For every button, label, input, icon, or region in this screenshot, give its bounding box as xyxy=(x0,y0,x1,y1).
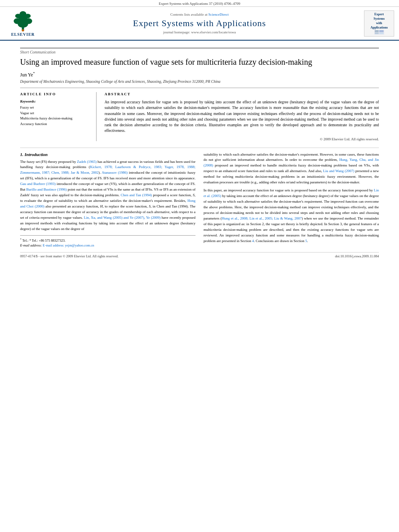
copyright-line: © 2009 Elsevier Ltd. All rights reserved… xyxy=(105,137,379,141)
right-para-2: In this paper, an improved accuracy func… xyxy=(204,188,379,244)
main-content: Short Communication Using an improved me… xyxy=(0,41,399,266)
lin-et-al-ref[interactable]: Lin et al. (2005) xyxy=(204,188,379,198)
abstract-text: An improved accuracy function for vague … xyxy=(105,99,379,134)
elsevier-logo: ELSEVIER xyxy=(5,10,41,37)
bottom-bar: 0957-4174/$ - see front matter © 2009 El… xyxy=(20,252,379,258)
sciencedirect-link[interactable]: ScienceDirect xyxy=(208,12,228,16)
svg-rect-13 xyxy=(379,33,384,34)
abstract-title: ABSTRACT xyxy=(105,92,379,96)
doi: doi:10.1016/j.eswa.2009.11.084 xyxy=(335,254,379,258)
author-name: Jun Ye* xyxy=(20,71,379,78)
affiliation: Department of Mechatronics Engineering, … xyxy=(20,80,379,88)
svg-point-8 xyxy=(22,29,24,32)
hung-2008-ref[interactable]: Hung et al., 2008; Lin et al., 2005; Liu… xyxy=(222,216,302,220)
article-info: ARTICLE INFO Keywords: Fuzzy set Vague s… xyxy=(20,92,97,141)
svg-point-7 xyxy=(20,11,27,16)
email-link[interactable]: E-mail address: yejm@yahoo.com.cn xyxy=(43,243,94,247)
hung-ref[interactable]: Hung, Yang, Chu, and Jin (2008) xyxy=(204,158,379,167)
footnote-area: * Tel.: * Tel.: +86 575 88327323. E-mail… xyxy=(20,235,195,248)
chen-tan-ref[interactable]: Chen and Tan (1994) xyxy=(121,193,152,197)
keyword-fuzzy-set: Fuzzy set xyxy=(20,105,91,111)
logo-decorative-icon xyxy=(369,30,389,35)
footnote-email: E-mail address: E-mail address: yejm@yah… xyxy=(20,243,195,248)
footnote-tel: * Tel.: * Tel.: +86 575 88327323. xyxy=(20,237,195,243)
body-col-left: 1. Introduction The fuzzy set (FS) theor… xyxy=(20,152,195,249)
svg-rect-12 xyxy=(374,33,378,34)
journal-logo-box: Expert Systems with Applications xyxy=(364,10,394,37)
elsevier-label: ELSEVIER xyxy=(11,32,35,37)
section-tag: Short Communication xyxy=(20,48,379,54)
journal-citation: Expert Systems with Applications 37 (201… xyxy=(0,0,399,7)
copyright-notice: 0957-4174/$ - see front matter © 2009 El… xyxy=(20,254,119,258)
abstract-area: ABSTRACT An improved accuracy function f… xyxy=(105,92,379,141)
journal-header: ELSEVIER Contents lists available at Sci… xyxy=(0,7,399,41)
sciencedirect-line: Contents lists available at ScienceDirec… xyxy=(41,12,358,16)
journal-homepage: journal homepage: www.elsevier.com/locat… xyxy=(41,30,358,34)
body-section: 1. Introduction The fuzzy set (FS) theor… xyxy=(20,148,379,249)
keyword-vague-set: Vague set xyxy=(20,111,91,116)
intro-para-1: The fuzzy set (FS) theory proposed by Za… xyxy=(20,159,195,232)
atanassov-ref[interactable]: Atanassov (1986) xyxy=(102,170,128,175)
gau-ref[interactable]: Gau and Buehrer (1993) xyxy=(20,182,56,186)
section4-ref[interactable]: 4 xyxy=(252,239,254,243)
article-info-title: ARTICLE INFO xyxy=(20,92,91,96)
journal-main-title: Expert Systems with Applications xyxy=(41,18,358,29)
keywords-label: Keywords: xyxy=(20,99,91,103)
liu-wang-ref[interactable]: Liu and Wang (2007) xyxy=(323,169,354,173)
keyword-accuracy: Accuracy function xyxy=(20,121,91,127)
hong-choi-ref[interactable]: Hong and Choi (2000) xyxy=(20,199,195,208)
elsevier-tree-icon xyxy=(9,10,37,32)
intro-heading: 1. Introduction xyxy=(20,152,195,157)
article-abstract-row: ARTICLE INFO Keywords: Fuzzy set Vague s… xyxy=(20,92,379,141)
body-col-right: suitability to which each alternative sa… xyxy=(204,152,379,249)
paper-title: Using an improved measure function of va… xyxy=(20,57,379,67)
svg-rect-11 xyxy=(379,30,384,32)
zadeh-ref[interactable]: Zadeh (1965) xyxy=(77,160,97,164)
svg-rect-10 xyxy=(374,30,378,32)
lin-ref[interactable]: Lin, Xu, and Wang (2005) and Ye (2007), … xyxy=(84,216,160,220)
keyword-multicriteria: Multicriteria fuzzy decision-making xyxy=(20,116,91,121)
burillo-ref[interactable]: Burillo and Bustince (1996) xyxy=(26,187,67,191)
section5-ref[interactable]: 5 xyxy=(305,239,307,243)
two-column-body: 1. Introduction The fuzzy set (FS) theor… xyxy=(20,152,379,249)
journal-title-area: Contents lists available at ScienceDirec… xyxy=(41,12,358,34)
right-para-1: suitability to which each alternative sa… xyxy=(204,152,379,186)
journal-logo-right: Expert Systems with Applications xyxy=(358,10,394,37)
